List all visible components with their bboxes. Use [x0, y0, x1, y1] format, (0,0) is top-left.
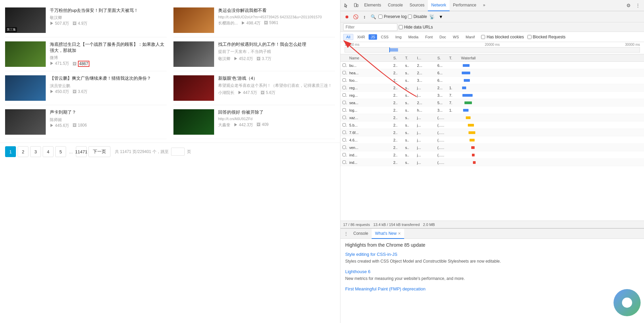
video-thumbnail[interactable] [5, 75, 46, 101]
tab-network[interactable]: Network [428, 0, 450, 11]
network-row[interactable]: reg... 2.. s.. j... 2... 1. [340, 84, 644, 92]
offline-btn[interactable]: 📡 [428, 13, 436, 20]
inspect-element-btn[interactable] [342, 1, 351, 10]
video-thumbnail[interactable]: 第三集 [5, 7, 46, 33]
header-initiator[interactable]: I... [415, 56, 435, 60]
tab-whats-new[interactable]: What's New × [372, 229, 404, 239]
filter-xhr[interactable]: XHR [354, 34, 368, 40]
tab-sources[interactable]: Sources [406, 0, 428, 11]
row-checkbox[interactable] [342, 93, 346, 97]
page-button-3[interactable]: 3 [30, 146, 41, 157]
network-row[interactable]: hea... 2.. s.. 2... 6... [340, 69, 644, 77]
filter-doc[interactable]: Doc [436, 34, 449, 40]
feature-title[interactable]: First Meaningful Paint (FMP) deprecation [345, 286, 639, 291]
network-filter-input[interactable] [343, 23, 397, 31]
video-title[interactable]: 声卡到期了？ [50, 109, 167, 115]
tab-more[interactable]: » [480, 0, 489, 11]
row-checkbox[interactable] [342, 101, 346, 104]
row-checkbox[interactable] [342, 108, 346, 112]
filter-img[interactable]: Img [392, 34, 404, 40]
video-thumbnail[interactable] [173, 75, 214, 101]
video-title[interactable]: 找工作的时候遇到坑人的工作！我会怎么处理 [218, 41, 335, 48]
filter-ws[interactable]: WS [450, 34, 462, 40]
filter-css[interactable]: CSS [378, 34, 392, 40]
preserve-log-checkbox[interactable] [378, 15, 382, 19]
page-button-4[interactable]: 4 [43, 146, 54, 157]
video-title[interactable]: 回答的很好 你被开除了 [218, 109, 335, 115]
blocked-requests-label[interactable]: Blocked Requests [527, 35, 566, 39]
network-row[interactable]: foo... 2.. s.. 3... 6... [340, 77, 644, 84]
tab-performance[interactable]: Performance [450, 0, 480, 11]
blocked-cookies-label[interactable]: Has blocked cookies [481, 35, 524, 39]
row-checkbox[interactable] [342, 63, 346, 67]
row-checkbox[interactable] [342, 71, 346, 74]
fetch-filter-btn[interactable]: ↕ [361, 13, 368, 20]
device-toolbar-btn[interactable] [351, 1, 361, 10]
video-title[interactable]: 新版眼'色'游戏（4） [218, 75, 335, 81]
settings-btn[interactable]: ⚙ [624, 1, 633, 10]
tab-elements[interactable]: Elements [361, 0, 385, 11]
blocked-requests-checkbox[interactable] [527, 35, 532, 39]
header-type[interactable]: T. [403, 56, 415, 60]
row-checkbox[interactable] [342, 123, 346, 127]
network-row[interactable]: log... 2.. s.. h... 3... 1. [340, 107, 644, 114]
record-button[interactable]: ⏺ [343, 13, 351, 20]
tab-console-bottom[interactable]: Console [350, 229, 372, 239]
header-name[interactable]: Name [347, 56, 391, 60]
network-row[interactable]: 5.b... 2.. s.. j... (... 3... [340, 121, 644, 129]
feature-title[interactable]: Lighthouse 6 [345, 269, 639, 274]
row-checkbox[interactable] [342, 138, 346, 141]
preserve-log-label[interactable]: Preserve log [378, 14, 407, 19]
search-network-btn[interactable]: 🔍 [370, 13, 377, 20]
header-status[interactable]: S. [391, 56, 403, 60]
header-waterfall[interactable]: Waterfall [459, 56, 644, 60]
blocked-cookies-checkbox[interactable] [481, 35, 485, 39]
page-button-1[interactable]: 1 [5, 146, 16, 157]
more-options-btn[interactable]: ⋮ [633, 1, 643, 10]
row-checkbox[interactable] [342, 78, 346, 82]
hide-data-urls-checkbox[interactable] [399, 25, 403, 29]
page-button-last[interactable]: 11471 [76, 146, 87, 157]
filter-all[interactable]: All [343, 34, 353, 40]
video-title[interactable]: 奥运会没你解说我都不看 [218, 7, 335, 14]
network-row[interactable]: 4.6... 2.. s.. j... (... 3... [340, 136, 644, 144]
next-page-button[interactable]: 下一页 [88, 146, 110, 157]
disable-cache-checkbox[interactable] [408, 15, 412, 19]
video-thumbnail[interactable] [173, 109, 214, 135]
row-checkbox[interactable] [342, 131, 346, 134]
clear-button[interactable]: 🚫 [352, 13, 359, 20]
row-checkbox[interactable] [342, 153, 346, 156]
throttle-btn[interactable]: ▼ [437, 13, 444, 20]
video-thumbnail[interactable] [173, 7, 214, 33]
page-button-2[interactable]: 2 [18, 146, 28, 157]
network-row[interactable]: sea... 2.. s.. 2... 5... 7. [340, 99, 644, 107]
header-time[interactable]: T. [447, 56, 459, 60]
tab-console[interactable]: Console [385, 0, 406, 11]
video-title[interactable]: 千万粉丝的up去当保安！到了里面大天被骂！ [50, 7, 167, 14]
row-checkbox[interactable] [342, 146, 346, 149]
network-row[interactable]: ind... 2.. s.. j... (... 0... [340, 159, 644, 166]
disable-cache-label[interactable]: Disable [408, 14, 427, 19]
bottom-dots-btn[interactable]: ⋮ [342, 230, 350, 238]
network-row[interactable]: ind... 2.. s.. j... (... 0... [340, 151, 644, 159]
filter-manifest[interactable]: Manif [463, 34, 478, 40]
header-size[interactable]: S. [435, 56, 447, 60]
network-row[interactable]: 7.6f... 2.. s.. j... (... 3... [340, 129, 644, 136]
network-row[interactable]: bu... 2.. s.. 2... 6... [340, 62, 644, 69]
row-checkbox[interactable] [342, 86, 346, 89]
network-row[interactable]: reg... 2.. s.. j... 3... 7. [340, 92, 644, 99]
video-thumbnail[interactable] [5, 109, 46, 135]
row-checkbox[interactable] [342, 160, 346, 164]
video-thumbnail[interactable] [173, 41, 214, 67]
filter-media[interactable]: Media [405, 34, 421, 40]
row-checkbox[interactable] [342, 116, 346, 119]
video-thumbnail[interactable] [5, 41, 46, 67]
network-row[interactable]: xaz... 2.. s.. j... (... 3... [340, 114, 644, 121]
page-button-5[interactable]: 5 [55, 146, 66, 157]
network-row[interactable]: ven... 2.. s.. j... (... 0... [340, 144, 644, 151]
video-title[interactable]: 海底捞过生日之【一个战胜了服务员的顾客】：如果敌人太强大，那就加 [50, 41, 167, 54]
page-jump-input[interactable] [171, 148, 185, 156]
close-whats-new-tab[interactable]: × [398, 231, 401, 236]
filter-font[interactable]: Font [422, 34, 436, 40]
filter-js[interactable]: JS [369, 34, 377, 40]
